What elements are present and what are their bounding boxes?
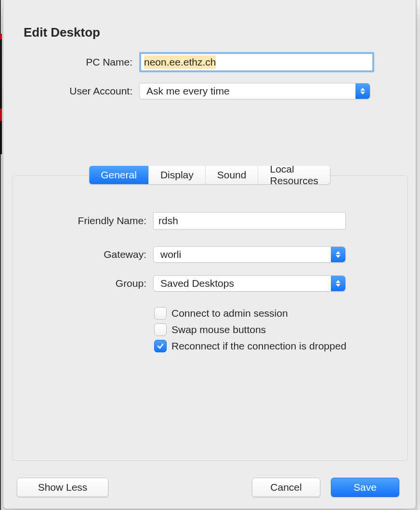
general-groupbox: Friendly Name: rdsh Gateway: worli Group… bbox=[12, 175, 408, 461]
checkbox-label: Connect to admin session bbox=[171, 308, 288, 319]
gateway-select[interactable]: worli bbox=[153, 246, 346, 263]
group-value: Saved Desktops bbox=[160, 278, 234, 289]
pc-name-label: PC Name: bbox=[3, 56, 139, 68]
edit-desktop-sheet: Edit Desktop PC Name: neon.ee.ethz.ch Us… bbox=[3, 0, 416, 509]
row-gateway: Gateway: worli bbox=[13, 243, 407, 266]
pc-name-input[interactable]: neon.ee.ethz.ch bbox=[139, 52, 374, 72]
row-user-account: User Account: Ask me every time bbox=[3, 79, 416, 103]
tab-local-resources[interactable]: Local Resources bbox=[258, 166, 329, 184]
chevrons-icon bbox=[355, 83, 370, 99]
tab-display[interactable]: Display bbox=[149, 166, 206, 184]
pc-name-value: neon.ee.ethz.ch bbox=[144, 55, 216, 69]
checkbox-label: Swap mouse buttons bbox=[171, 324, 266, 336]
friendly-name-input[interactable]: rdsh bbox=[153, 212, 346, 229]
checkbox-icon bbox=[154, 307, 167, 320]
tab-strip: General Display Sound Local Resources bbox=[89, 166, 330, 184]
show-less-button[interactable]: Show Less bbox=[17, 478, 108, 497]
footer: Show Less Cancel Save bbox=[3, 478, 416, 499]
user-account-label: User Account: bbox=[3, 85, 139, 97]
friendly-name-value: rdsh bbox=[158, 215, 178, 227]
checkbox-swap-mouse[interactable]: Swap mouse buttons bbox=[154, 323, 346, 336]
user-account-select[interactable]: Ask me every time bbox=[139, 83, 370, 99]
background-sliver-accent bbox=[0, 34, 2, 40]
checkbox-reconnect[interactable]: Reconnect if the connection is dropped bbox=[154, 340, 346, 352]
background-sliver bbox=[0, 34, 2, 154]
chevrons-icon bbox=[331, 247, 345, 262]
sheet-title: Edit Desktop bbox=[24, 25, 100, 40]
gateway-label: Gateway: bbox=[13, 249, 153, 260]
cancel-button[interactable]: Cancel bbox=[252, 478, 320, 497]
row-group: Group: Saved Desktops bbox=[13, 272, 407, 295]
checkbox-group: Connect to admin session Swap mouse butt… bbox=[154, 307, 346, 352]
checkbox-icon bbox=[154, 340, 167, 352]
right-window-edge bbox=[417, 0, 420, 510]
checkbox-icon bbox=[154, 323, 167, 336]
checkbox-admin-session[interactable]: Connect to admin session bbox=[154, 307, 346, 320]
tab-sound[interactable]: Sound bbox=[206, 166, 259, 184]
row-friendly-name: Friendly Name: rdsh bbox=[13, 210, 407, 232]
save-button[interactable]: Save bbox=[331, 478, 399, 497]
tab-host: Friendly Name: rdsh Gateway: worli Group… bbox=[12, 166, 407, 460]
group-select[interactable]: Saved Desktops bbox=[153, 275, 346, 292]
user-account-value: Ask me every time bbox=[146, 85, 230, 97]
group-label: Group: bbox=[13, 278, 153, 289]
chevrons-icon bbox=[331, 276, 345, 291]
row-pc-name: PC Name: neon.ee.ethz.ch bbox=[3, 50, 416, 74]
tab-general[interactable]: General bbox=[89, 166, 149, 184]
gateway-value: worli bbox=[160, 249, 181, 260]
checkbox-label: Reconnect if the connection is dropped bbox=[171, 340, 346, 352]
friendly-name-label: Friendly Name: bbox=[13, 215, 153, 227]
